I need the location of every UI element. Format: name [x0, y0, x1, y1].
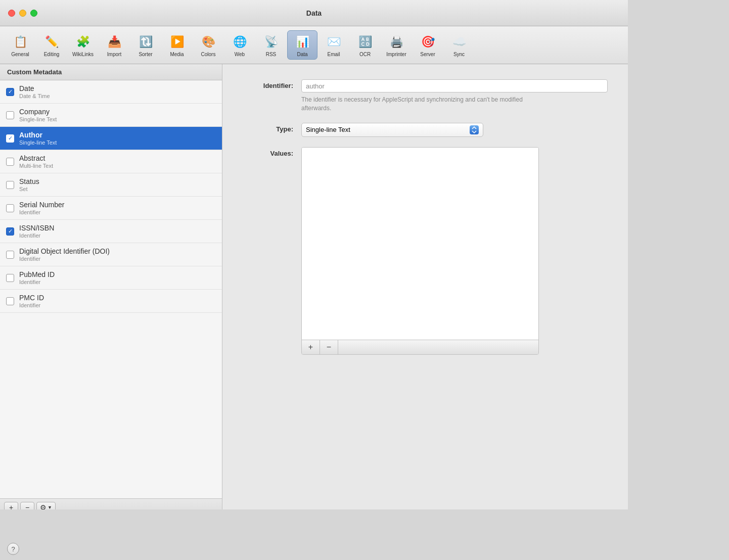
- checkbox-abstract[interactable]: [6, 158, 14, 166]
- media-label: Media: [170, 52, 184, 57]
- item-name-doi: Digital Object Identifier (DOI): [19, 247, 216, 255]
- values-add-button[interactable]: +: [302, 340, 320, 354]
- gear-button[interactable]: ⚙ ▼: [36, 502, 56, 509]
- toolbar-item-sorter[interactable]: 🔃 Sorter: [130, 31, 161, 59]
- identifier-hint: The identifier is necessary for AppleScr…: [301, 96, 524, 113]
- type-row: Type: Single-line Text: [243, 123, 608, 137]
- maximize-button[interactable]: [30, 10, 37, 17]
- item-name-author: Author: [19, 131, 216, 139]
- type-label: Type:: [243, 123, 293, 133]
- toolbar-item-wikilinks[interactable]: 🧩 WikiLinks: [68, 31, 98, 59]
- minimize-button[interactable]: [19, 10, 26, 17]
- colors-label: Colors: [201, 52, 216, 57]
- checkbox-issn-isbn[interactable]: ✓: [6, 227, 14, 236]
- checkbox-doi[interactable]: [6, 251, 14, 259]
- close-button[interactable]: [8, 10, 15, 17]
- item-name-pmc: PMC ID: [19, 294, 216, 302]
- list-item-pmc[interactable]: PMC ID Identifier: [0, 290, 222, 313]
- data-label: Data: [297, 52, 307, 57]
- window-controls[interactable]: [8, 10, 37, 17]
- item-subtype-author: Single-line Text: [19, 139, 216, 146]
- type-select[interactable]: Single-line Text: [301, 123, 483, 137]
- list-item-company[interactable]: Company Single-line Text: [0, 104, 222, 127]
- ocr-label: OCR: [359, 52, 371, 57]
- toolbar-item-server[interactable]: 🎯 Server: [413, 31, 443, 59]
- item-name-abstract: Abstract: [19, 154, 216, 162]
- server-icon: 🎯: [419, 33, 437, 51]
- list-item-pubmed[interactable]: PubMed ID Identifier: [0, 266, 222, 290]
- list-item-author[interactable]: ✓ Author Single-line Text: [0, 127, 222, 150]
- identifier-label: Identifier:: [243, 79, 293, 89]
- checkbox-date[interactable]: ✓: [6, 88, 14, 96]
- toolbar-item-colors[interactable]: 🎨 Colors: [193, 31, 223, 59]
- checkbox-serial-number[interactable]: [6, 204, 14, 212]
- list-item-doi[interactable]: Digital Object Identifier (DOI) Identifi…: [0, 243, 222, 266]
- editing-label: Editing: [44, 52, 60, 57]
- web-label: Web: [235, 52, 245, 57]
- list-item-status[interactable]: Status Set: [0, 173, 222, 197]
- list-item-serial-number[interactable]: Serial Number Identifier: [0, 197, 222, 220]
- identifier-control-group: The identifier is necessary for AppleScr…: [301, 79, 608, 113]
- imprinter-label: Imprinter: [386, 52, 406, 57]
- sorter-label: Sorter: [139, 52, 152, 57]
- media-icon: ▶️: [168, 33, 186, 51]
- item-name-pubmed: PubMed ID: [19, 270, 216, 278]
- list-item-issn-isbn[interactable]: ✓ ISSN/ISBN Identifier: [0, 220, 222, 243]
- item-subtype-abstract: Multi-line Text: [19, 163, 216, 169]
- item-name-issn-isbn: ISSN/ISBN: [19, 224, 216, 232]
- general-label: General: [11, 52, 29, 57]
- gear-dropdown-arrow: ▼: [48, 505, 52, 509]
- checkbox-author[interactable]: ✓: [6, 134, 14, 143]
- toolbar-item-ocr[interactable]: 🔠 OCR: [350, 31, 380, 59]
- panel-header: Custom Metadata: [0, 64, 222, 80]
- item-subtype-serial-number: Identifier: [19, 209, 216, 215]
- metadata-list: ✓ Date Date & Time Company Single-line T…: [0, 80, 222, 498]
- toolbar-item-rss[interactable]: 📡 RSS: [256, 31, 286, 59]
- toolbar-item-web[interactable]: 🌐 Web: [224, 31, 255, 59]
- values-remove-button[interactable]: −: [320, 340, 338, 354]
- web-icon: 🌐: [231, 33, 249, 51]
- item-name-company: Company: [19, 108, 216, 116]
- identifier-input[interactable]: [301, 79, 608, 92]
- toolbar: 📋 General ✏️ Editing 🧩 WikiLinks 📥 Impor…: [0, 26, 628, 64]
- toolbar-item-email[interactable]: ✉️ Email: [318, 31, 349, 59]
- checkbox-status[interactable]: [6, 181, 14, 189]
- email-label: Email: [327, 52, 340, 57]
- item-subtype-company: Single-line Text: [19, 116, 216, 122]
- sync-icon: ☁️: [450, 33, 468, 51]
- checkbox-pmc[interactable]: [6, 297, 14, 305]
- checkbox-pubmed[interactable]: [6, 274, 14, 282]
- toolbar-item-import[interactable]: 📥 Import: [99, 31, 129, 59]
- item-name-date: Date: [19, 84, 216, 92]
- rss-icon: 📡: [262, 33, 280, 51]
- list-item-date[interactable]: ✓ Date Date & Time: [0, 80, 222, 104]
- rss-label: RSS: [266, 52, 277, 57]
- toolbar-item-general[interactable]: 📋 General: [5, 31, 35, 59]
- values-footer: + −: [302, 340, 538, 354]
- checkbox-company[interactable]: [6, 111, 14, 119]
- server-label: Server: [420, 52, 435, 57]
- colors-icon: 🎨: [199, 33, 217, 51]
- toolbar-item-imprinter[interactable]: 🖨️ Imprinter: [381, 31, 412, 59]
- item-name-serial-number: Serial Number: [19, 201, 216, 209]
- toolbar-item-editing[interactable]: ✏️ Editing: [36, 31, 67, 59]
- toolbar-item-media[interactable]: ▶️ Media: [162, 31, 192, 59]
- add-item-button[interactable]: +: [4, 502, 18, 509]
- import-label: Import: [107, 52, 121, 57]
- toolbar-item-sync[interactable]: ☁️ Sync: [444, 31, 474, 59]
- title-bar: Data: [0, 0, 628, 26]
- select-arrow-icon: [470, 125, 479, 134]
- values-container: + −: [301, 147, 539, 355]
- remove-item-button[interactable]: −: [20, 502, 34, 509]
- main-content: Custom Metadata ✓ Date Date & Time Compa…: [0, 64, 628, 509]
- sync-label: Sync: [453, 52, 465, 57]
- editing-icon: ✏️: [42, 33, 61, 51]
- values-row: Values: + −: [243, 147, 608, 501]
- toolbar-item-data[interactable]: 📊 Data: [287, 30, 317, 60]
- list-item-abstract[interactable]: Abstract Multi-line Text: [0, 150, 222, 173]
- sorter-icon: 🔃: [136, 33, 155, 51]
- wikilinks-label: WikiLinks: [72, 52, 94, 57]
- item-name-status: Status: [19, 177, 216, 185]
- item-subtype-date: Date & Time: [19, 93, 216, 99]
- gear-icon: ⚙: [40, 503, 47, 509]
